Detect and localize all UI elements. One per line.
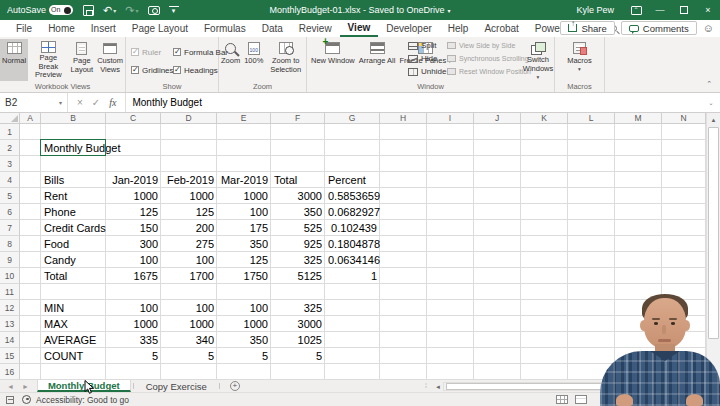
cell-F9[interactable]: 325 <box>271 252 325 268</box>
formula-input[interactable]: Monthly Budget <box>126 93 702 112</box>
column-header-D[interactable]: D <box>161 113 217 124</box>
autosave-toggle[interactable]: AutoSave On <box>0 5 73 15</box>
cell-E10[interactable]: 1750 <box>217 268 271 284</box>
cell-B15[interactable]: COUNT <box>41 348 86 364</box>
feedback-smiley-icon[interactable]: ☺ <box>703 22 714 34</box>
synchronous-scrolling-button[interactable]: Synchronous Scrolling <box>447 53 521 64</box>
column-header-C[interactable]: C <box>106 113 161 124</box>
column-header-J[interactable]: J <box>474 113 521 124</box>
cell-B12[interactable]: MIN <box>41 300 67 316</box>
sheet-nav-left-icon[interactable]: ◄ <box>7 383 14 390</box>
zoom-button[interactable]: Zoom <box>219 39 242 81</box>
document-title-text[interactable]: MonthlyBudget-01.xlsx - Saved to OneDriv… <box>269 5 444 15</box>
cell-E5[interactable]: 1000 <box>217 188 271 204</box>
row-header-14[interactable]: 14 <box>0 332 20 348</box>
row-header-10[interactable]: 10 <box>0 268 20 284</box>
macros-button[interactable]: Macros▾ <box>565 39 594 81</box>
cell-B10[interactable]: Total <box>41 268 70 284</box>
cell-F15[interactable]: 5 <box>271 348 325 364</box>
cell-F5[interactable]: 3000 <box>271 188 325 204</box>
cell-G5[interactable]: 0.5853659 <box>325 188 380 204</box>
cell-B9[interactable]: Candy <box>41 252 79 268</box>
cell-D10[interactable]: 1700 <box>161 268 217 284</box>
column-header-E[interactable]: E <box>217 113 271 124</box>
accessibility-status[interactable]: Accessibility: Good to go <box>36 395 129 405</box>
cell-C13[interactable]: 1000 <box>106 316 161 332</box>
cell-C15[interactable]: 5 <box>106 348 161 364</box>
sheet-tab-copy-exercise[interactable]: Copy Exercise <box>136 380 217 392</box>
comments-button[interactable]: Comments <box>621 21 697 35</box>
minimize-button[interactable]: — <box>648 0 672 20</box>
name-box[interactable]: B2 ▾ <box>0 93 68 112</box>
row-header-8[interactable]: 8 <box>0 236 20 252</box>
reset-window-position-button[interactable]: Reset Window Position <box>447 66 521 77</box>
cell-G8[interactable]: 0.1804878 <box>325 236 380 252</box>
zoom-to-selection-button[interactable]: Zoom to Selection <box>265 39 306 81</box>
cell-C6[interactable]: 125 <box>106 204 161 220</box>
scroll-up-icon[interactable]: ▲ <box>707 113 720 126</box>
menu-tab-formulas[interactable]: Formulas <box>196 20 254 37</box>
cell-E15[interactable]: 5 <box>217 348 271 364</box>
cell-C7[interactable]: 150 <box>106 220 161 236</box>
new-window-button[interactable]: New Window <box>309 39 357 81</box>
cell-C8[interactable]: 300 <box>106 236 161 252</box>
view-side-by-side-button[interactable]: View Side by Side <box>447 40 521 51</box>
cell-D14[interactable]: 340 <box>161 332 217 348</box>
row-header-11[interactable]: 11 <box>0 284 20 300</box>
autosave-pill[interactable]: On <box>49 5 73 15</box>
menu-tab-page-layout[interactable]: Page Layout <box>124 20 196 37</box>
close-button[interactable]: × <box>696 0 720 20</box>
menu-tab-review[interactable]: Review <box>291 20 340 37</box>
column-header-A[interactable]: A <box>20 113 41 124</box>
cell-B5[interactable]: Rent <box>41 188 70 204</box>
column-header-G[interactable]: G <box>325 113 380 124</box>
sheet-nav-right-icon[interactable]: ► <box>22 383 29 390</box>
cell-F4[interactable]: Total <box>271 172 300 188</box>
cell-D8[interactable]: 275 <box>161 236 217 252</box>
cell-C12[interactable]: 100 <box>106 300 161 316</box>
cell-B14[interactable]: AVERAGE <box>41 332 99 348</box>
macro-record-icon[interactable] <box>6 396 14 404</box>
restore-button[interactable] <box>672 0 696 20</box>
cell-B8[interactable]: Food <box>41 236 72 252</box>
cancel-entry-icon[interactable]: × <box>77 97 83 108</box>
row-header-7[interactable]: 7 <box>0 220 20 236</box>
cell-B7[interactable]: Credit Cards <box>41 220 109 236</box>
cell-B6[interactable]: Phone <box>41 204 79 220</box>
cell-E12[interactable]: 100 <box>217 300 271 316</box>
cell-G10[interactable]: 1 <box>325 268 380 284</box>
cell-D15[interactable]: 5 <box>161 348 217 364</box>
column-header-M[interactable]: M <box>615 113 662 124</box>
row-header-15[interactable]: 15 <box>0 348 20 364</box>
page-layout-shortcut-icon[interactable] <box>575 395 587 404</box>
cell-F8[interactable]: 925 <box>271 236 325 252</box>
cell-E8[interactable]: 350 <box>217 236 271 252</box>
cell-F13[interactable]: 3000 <box>271 316 325 332</box>
cell-D12[interactable]: 100 <box>161 300 217 316</box>
cell-C9[interactable]: 100 <box>106 252 161 268</box>
cell-F14[interactable]: 1025 <box>271 332 325 348</box>
undo-dropdown-icon[interactable]: ▾ <box>113 7 116 14</box>
column-header-B[interactable]: B <box>41 113 106 124</box>
page-break-preview-button[interactable]: Page Break Preview <box>28 39 68 81</box>
cell-F6[interactable]: 350 <box>271 204 325 220</box>
row-header-6[interactable]: 6 <box>0 204 20 220</box>
customize-qat-button[interactable]: ▾ <box>169 6 179 15</box>
ribbon-display-options-button[interactable]: ⌃ <box>624 0 648 20</box>
split-button[interactable]: Split <box>408 40 446 51</box>
scrollbar-splitter[interactable]: ⁞ <box>425 382 427 389</box>
row-header-3[interactable]: 3 <box>0 156 20 172</box>
share-button[interactable]: Share <box>560 21 614 35</box>
column-header-N[interactable]: N <box>662 113 706 124</box>
enter-entry-icon[interactable]: ✓ <box>92 97 100 108</box>
cell-E9[interactable]: 125 <box>217 252 271 268</box>
cell-B13[interactable]: MAX <box>41 316 71 332</box>
cell-B4[interactable]: Bills <box>41 172 67 188</box>
normal-view-button[interactable]: Normal <box>0 39 28 81</box>
new-sheet-button[interactable]: + <box>230 380 240 392</box>
arrange-all-button[interactable]: Arrange All <box>357 39 398 81</box>
switch-windows-button[interactable]: Switch Windows▾ <box>522 39 554 81</box>
cell-C10[interactable]: 1675 <box>106 268 161 284</box>
cell-E6[interactable]: 100 <box>217 204 271 220</box>
undo-button[interactable]: ↶▾ <box>103 4 116 17</box>
